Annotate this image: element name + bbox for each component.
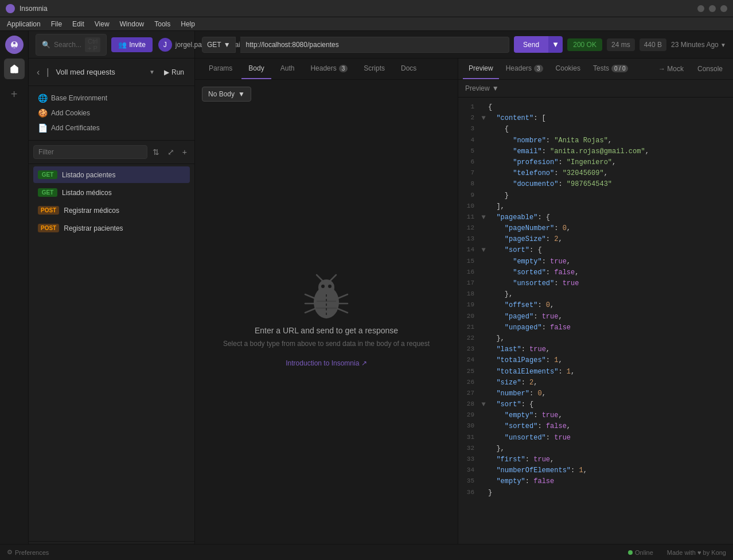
line-content: "totalPages": 1, xyxy=(488,355,563,366)
line-collapse xyxy=(481,344,488,355)
method-badge-post: POST xyxy=(38,206,59,215)
resp-tab-cookies[interactable]: Cookies xyxy=(550,59,586,79)
request-item-listado-pacientes[interactable]: GET Listado pacientes xyxy=(33,166,190,183)
line-collapse xyxy=(481,278,488,289)
line-collapse xyxy=(481,355,488,366)
code-line: 25 "totalElements": 1, xyxy=(458,367,733,378)
line-content: "unsorted": true xyxy=(488,433,571,444)
line-collapse xyxy=(481,410,488,421)
line-content: "nombre": "Anita Rojas", xyxy=(488,135,612,146)
line-collapse xyxy=(481,223,488,234)
code-line: 24 "totalPages": 1, xyxy=(458,355,733,366)
line-collapse[interactable]: ▼ xyxy=(481,113,488,124)
line-collapse[interactable]: ▼ xyxy=(481,245,488,256)
line-content: "profesion": "Ingeniero", xyxy=(488,157,616,168)
window-controls xyxy=(697,5,727,12)
request-item-listado-medicos[interactable]: GET Listado médicos xyxy=(33,184,190,201)
send-button[interactable]: Send xyxy=(514,36,548,53)
tab-scripts[interactable]: Scripts xyxy=(357,59,392,79)
resp-tab-preview[interactable]: Preview xyxy=(463,59,499,79)
code-viewer[interactable]: 1 {2▼ "content": [3 {4 "nombre": "Anita … xyxy=(458,98,733,544)
preview-header: Preview ▼ xyxy=(458,80,733,98)
menubar: Application File Edit View Window Tools … xyxy=(0,17,733,31)
resp-tab-tests[interactable]: Tests 0 / 0 xyxy=(587,59,634,79)
user-avatar: J xyxy=(158,38,172,52)
mock-button[interactable]: → Mock xyxy=(653,61,689,76)
tab-body[interactable]: Body xyxy=(241,59,271,79)
line-number: 2 xyxy=(463,113,481,124)
forward-button[interactable]: | xyxy=(44,66,51,79)
menu-window[interactable]: Window xyxy=(115,19,149,29)
preview-label: Preview ▼ xyxy=(465,84,499,92)
no-body-select[interactable]: No Body ▼ xyxy=(202,87,251,102)
menu-file[interactable]: File xyxy=(46,19,67,29)
line-number: 33 xyxy=(463,454,481,465)
search-bar[interactable]: 🔍 Search... Ctrl + P xyxy=(36,34,107,56)
app-title: Insomnia xyxy=(20,5,48,13)
maximize-button[interactable] xyxy=(709,5,716,12)
menu-tools[interactable]: Tools xyxy=(150,19,175,29)
line-number: 8 xyxy=(463,179,481,190)
line-collapse xyxy=(481,157,488,168)
line-content: ], xyxy=(488,201,505,212)
expand-button[interactable]: ⤢ xyxy=(165,146,177,158)
request-item-registrar-pacientes[interactable]: POST Registrar pacientes xyxy=(33,220,190,236)
code-line: 23 "last": true, xyxy=(458,344,733,355)
code-line: 35 "empty": false xyxy=(458,476,733,487)
menu-help[interactable]: Help xyxy=(176,19,200,29)
url-input[interactable] xyxy=(240,37,509,53)
sort-button[interactable]: ⇅ xyxy=(150,146,162,158)
run-button[interactable]: ▶ Run xyxy=(159,66,189,79)
code-line: 31 "unsorted": true xyxy=(458,433,733,444)
menu-application[interactable]: Application xyxy=(2,19,45,29)
line-number: 9 xyxy=(463,190,481,201)
search-shortcut: Ctrl + P xyxy=(85,37,100,52)
invite-label: Invite xyxy=(129,41,146,49)
send-dropdown-button[interactable]: ▼ xyxy=(548,36,563,53)
tab-docs[interactable]: Docs xyxy=(394,59,423,79)
line-collapse[interactable]: ▼ xyxy=(481,399,488,410)
line-content: "unpaged": false xyxy=(488,322,571,333)
add-collection-btn[interactable]: + xyxy=(4,84,25,104)
home-sidebar-btn[interactable] xyxy=(4,59,25,79)
resp-tabs-right: → Mock Console xyxy=(653,61,728,76)
invite-button[interactable]: 👥 Invite xyxy=(111,37,153,52)
request-item-registrar-medicos[interactable]: POST Registrar médicos xyxy=(33,202,190,219)
base-env-label: Base Environment xyxy=(51,94,107,102)
back-button[interactable]: ‹ xyxy=(34,66,42,79)
menu-edit[interactable]: Edit xyxy=(68,19,89,29)
line-number: 24 xyxy=(463,355,481,366)
resp-tab-headers[interactable]: Headers 3 xyxy=(500,59,549,79)
line-collapse xyxy=(481,190,488,201)
tab-auth[interactable]: Auth xyxy=(274,59,302,79)
minimize-button[interactable] xyxy=(697,5,704,12)
line-number: 22 xyxy=(463,333,481,344)
line-collapse[interactable]: ▼ xyxy=(481,212,488,223)
line-number: 11 xyxy=(463,212,481,223)
add-cookies-item[interactable]: 🍪 Add Cookies xyxy=(33,106,190,120)
play-icon: ▶ xyxy=(164,68,169,76)
line-number: 23 xyxy=(463,344,481,355)
code-line: 17 "unsorted": true xyxy=(458,278,733,289)
line-content: "empty": false xyxy=(488,476,554,487)
svg-point-4 xyxy=(321,285,325,288)
close-button[interactable] xyxy=(720,5,727,12)
filter-input[interactable] xyxy=(33,145,147,159)
response-size: 440 B xyxy=(640,38,666,51)
base-environment-item[interactable]: 🌐 Base Environment xyxy=(33,91,190,106)
line-collapse xyxy=(481,234,488,245)
tab-headers[interactable]: Headers 3 xyxy=(303,59,354,79)
preview-caret: ▼ xyxy=(492,84,499,92)
method-selector[interactable]: GET ▼ xyxy=(202,37,236,53)
collection-panel: 🔍 Search... Ctrl + P 👥 Invite J jorgel.p… xyxy=(29,31,195,560)
menu-view[interactable]: View xyxy=(90,19,114,29)
console-button[interactable]: Console xyxy=(692,61,728,76)
add-certificates-item[interactable]: 📄 Add Certificates xyxy=(33,120,190,135)
add-request-button[interactable]: + xyxy=(180,146,190,158)
tab-params[interactable]: Params xyxy=(202,59,239,79)
intro-link[interactable]: Introduction to Insomnia ↗ xyxy=(286,359,366,367)
line-collapse xyxy=(481,333,488,344)
preferences-label[interactable]: Preferences xyxy=(15,549,49,556)
app-logo[interactable] xyxy=(5,36,24,54)
line-collapse xyxy=(481,312,488,322)
